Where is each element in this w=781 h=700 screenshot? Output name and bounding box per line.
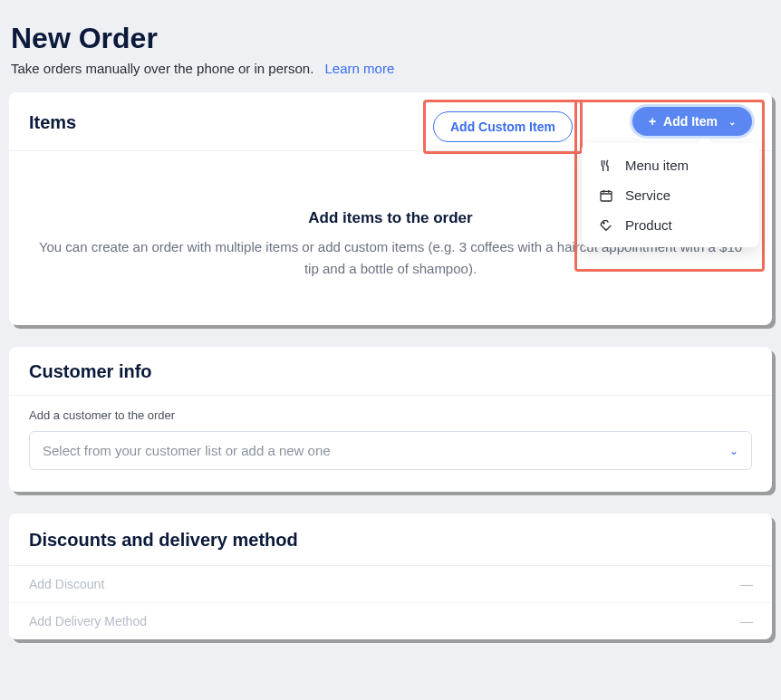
- dropdown-menu-item-label: Menu item: [625, 158, 689, 173]
- discounts-card-title: Discounts and delivery method: [29, 530, 752, 551]
- items-card: Items x x Add Custom Item + Add Item ⌄: [9, 92, 772, 325]
- customer-select-label: Add a customer to the order: [29, 408, 752, 422]
- add-item-dropdown: Menu item Service Product: [582, 143, 759, 247]
- customer-card-title: Customer info: [29, 361, 152, 382]
- plus-icon: +: [649, 115, 656, 128]
- svg-rect-0: [601, 191, 612, 201]
- svg-point-1: [603, 222, 604, 223]
- customer-card: Customer info Add a customer to the orde…: [9, 347, 772, 492]
- page-header: New Order Take orders manually over the …: [9, 13, 772, 92]
- discounts-card: Discounts and delivery method Add Discou…: [9, 513, 772, 639]
- add-item-button[interactable]: + Add Item ⌄: [632, 107, 752, 136]
- dropdown-menu-item[interactable]: Menu item: [582, 150, 759, 180]
- page-subtitle: Take orders manually over the phone or i…: [11, 61, 772, 76]
- dropdown-service[interactable]: Service: [582, 180, 759, 210]
- chevron-down-icon: ⌄: [728, 117, 736, 127]
- add-discount-label: Add Discount: [29, 577, 104, 591]
- product-icon: [598, 218, 614, 233]
- customer-select[interactable]: Select from your customer list or add a …: [29, 431, 752, 470]
- add-delivery-row[interactable]: Add Delivery Method —: [9, 603, 772, 639]
- dropdown-service-label: Service: [625, 187, 670, 203]
- highlight-add-custom: Add Custom Item: [423, 100, 583, 154]
- learn-more-link[interactable]: Learn more: [325, 61, 395, 76]
- items-card-title: Items: [29, 112, 76, 133]
- menu-item-icon: [598, 158, 614, 173]
- customer-card-body: Add a customer to the order Select from …: [9, 396, 772, 492]
- discounts-card-header: Discounts and delivery method: [9, 513, 772, 566]
- add-delivery-label: Add Delivery Method: [29, 614, 147, 628]
- service-icon: [598, 188, 614, 203]
- dash-icon: —: [740, 577, 752, 591]
- add-discount-row[interactable]: Add Discount —: [9, 566, 772, 603]
- new-order-page: New Order Take orders manually over the …: [9, 9, 772, 639]
- chevron-down-icon: ⌄: [729, 445, 738, 457]
- dash-icon: —: [740, 614, 752, 628]
- add-item-label: Add Item: [663, 114, 718, 129]
- add-custom-item-button[interactable]: Add Custom Item: [433, 111, 573, 142]
- customer-card-header: Customer info: [9, 347, 772, 396]
- customer-select-placeholder: Select from your customer list or add a …: [43, 443, 331, 458]
- dropdown-product-label: Product: [625, 217, 672, 233]
- page-title: New Order: [11, 22, 772, 55]
- subtitle-text: Take orders manually over the phone or i…: [11, 61, 313, 76]
- dropdown-product[interactable]: Product: [582, 210, 759, 240]
